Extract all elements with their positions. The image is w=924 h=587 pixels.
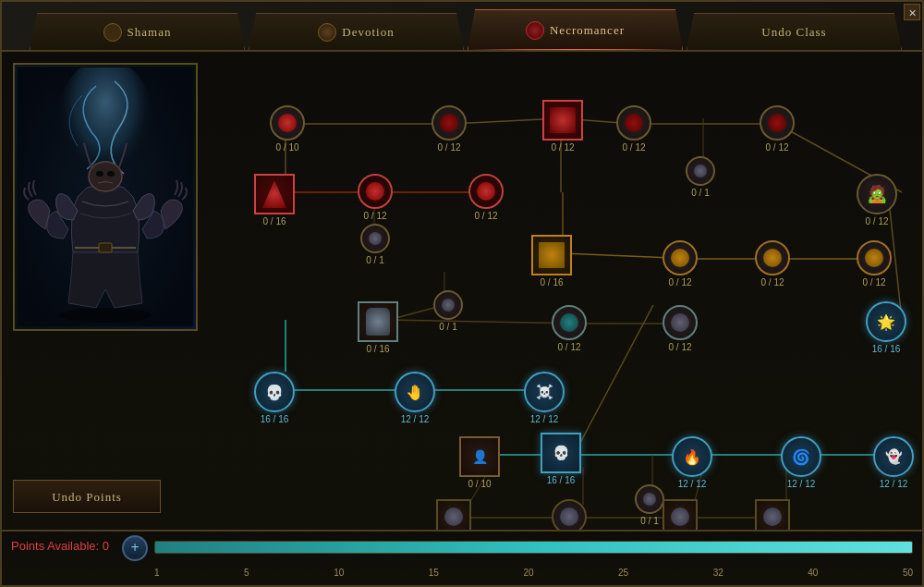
close-button[interactable]: ✕: [904, 4, 920, 20]
skill-node-2[interactable]: 0 / 12: [432, 105, 467, 153]
node-circle-31: [552, 499, 587, 530]
skill-node-26[interactable]: 0 / 1: [635, 484, 664, 526]
skill-node-15[interactable]: 0 / 12: [857, 240, 892, 287]
node-label-14: 0 / 12: [760, 277, 784, 287]
character-portrait: [13, 63, 198, 331]
skill-node-18[interactable]: 0 / 12: [552, 305, 587, 352]
node-icon-12: [539, 242, 565, 268]
node-label-2: 0 / 12: [437, 142, 460, 153]
skill-node-29[interactable]: 👻 12 / 12: [873, 436, 914, 489]
xp-bar-fill: [155, 542, 912, 553]
node-label-9: 0 / 12: [474, 211, 497, 221]
skill-node-32[interactable]: 0 / 10: [663, 499, 698, 530]
node-icon-10: [369, 232, 382, 245]
skill-node-6[interactable]: 0 / 1: [686, 156, 715, 198]
portrait-art: [18, 67, 193, 326]
skill-node-23[interactable]: ☠️ 12 / 12: [524, 372, 565, 424]
tab-necromancer[interactable]: Necromancer: [468, 9, 683, 50]
skill-node-19[interactable]: 0 / 12: [663, 305, 698, 352]
node-label-20: 16 / 16: [872, 344, 901, 354]
portrait-inner: [15, 65, 196, 329]
skill-node-17[interactable]: 0 / 16: [358, 301, 398, 354]
skill-node-7[interactable]: 0 / 16: [254, 174, 295, 226]
necromancer-tab-icon: [526, 21, 544, 40]
node-icon-29: 👻: [885, 448, 903, 465]
node-circle-28: 🌀: [781, 436, 821, 477]
svg-point-2: [89, 162, 122, 191]
skill-node-10[interactable]: 0 / 1: [360, 224, 390, 265]
skill-node-24[interactable]: 👤 0 / 10: [459, 436, 500, 489]
node-label-5: 0 / 12: [765, 142, 788, 153]
skill-node-25[interactable]: 💀 16 / 16: [541, 433, 581, 485]
node-square-17: [358, 301, 398, 342]
skill-node-8[interactable]: 0 / 12: [358, 174, 393, 221]
node-label-13: 0 / 12: [668, 277, 691, 287]
tick-10: 10: [334, 568, 344, 578]
node-label-27: 12 / 12: [678, 479, 707, 489]
skill-node-5[interactable]: 0 / 12: [760, 105, 795, 153]
node-label-7: 0 / 16: [262, 216, 286, 226]
node-icon-8: [366, 182, 384, 201]
add-points-button[interactable]: +: [122, 535, 148, 561]
skill-node-14[interactable]: 0 / 12: [755, 240, 790, 287]
skill-node-21[interactable]: 💀 16 / 16: [254, 372, 295, 424]
node-square-32: [663, 499, 698, 530]
skill-node-13[interactable]: 0 / 12: [663, 240, 698, 287]
node-icon-19: [671, 313, 689, 332]
skill-node-11[interactable]: 🧟 0 / 12: [857, 174, 897, 226]
tick-32: 32: [713, 568, 723, 578]
node-label-12: 0 / 16: [540, 277, 563, 287]
node-circle-11: 🧟: [857, 174, 897, 214]
node-icon-24: 👤: [472, 449, 488, 465]
skill-node-9[interactable]: 0 / 12: [468, 174, 504, 221]
node-circle-4: [616, 105, 651, 141]
node-icon-15: [865, 249, 883, 267]
node-icon-22: 🤚: [406, 384, 424, 401]
node-circle-14: [755, 240, 790, 275]
undo-points-button[interactable]: Undo Points: [13, 480, 161, 513]
node-circle-18: [552, 305, 587, 340]
node-label-22: 12 / 12: [401, 414, 430, 424]
skill-node-1[interactable]: 0 / 10: [270, 105, 305, 153]
skill-node-16[interactable]: 0 / 1: [433, 290, 463, 332]
skill-node-27[interactable]: 🔥 12 / 12: [672, 436, 712, 489]
node-circle-21: 💀: [254, 372, 295, 412]
node-icon-13: [671, 249, 689, 267]
node-circle-10: [360, 224, 390, 253]
node-square-33: [755, 499, 790, 530]
node-label-25: 16 / 16: [547, 475, 576, 485]
progress-bar-area: Points Available: 0 + 1 5 10 15 20 25 32…: [2, 530, 922, 585]
node-icon-17: [366, 308, 390, 336]
skill-node-33[interactable]: 0 / 10: [755, 499, 790, 530]
tab-devotion[interactable]: Devotion: [249, 13, 464, 50]
skill-node-31[interactable]: 0 / 10: [552, 499, 587, 530]
node-circle-6: [686, 156, 715, 186]
skill-node-28[interactable]: 🌀 12 / 12: [781, 436, 821, 489]
node-label-4: 0 / 12: [622, 142, 645, 153]
node-icon-18: [560, 313, 578, 332]
skill-node-4[interactable]: 0 / 12: [616, 105, 651, 153]
skill-node-20[interactable]: 🌟 16 / 16: [866, 301, 906, 354]
tick-1: 1: [154, 568, 160, 578]
node-circle-1: [270, 105, 305, 141]
skill-node-3[interactable]: 0 / 12: [542, 100, 583, 153]
node-label-17: 0 / 16: [366, 344, 389, 354]
tab-shaman[interactable]: Shaman: [30, 13, 245, 50]
node-icon-26: [643, 493, 656, 506]
node-icon-2: [440, 114, 458, 132]
skill-node-22[interactable]: 🤚 12 / 12: [395, 372, 435, 424]
node-circle-2: [432, 105, 467, 141]
shaman-tab-icon: [103, 23, 122, 42]
node-circle-5: [760, 105, 795, 141]
node-square-24: 👤: [459, 436, 500, 477]
skill-node-30[interactable]: 0 / 12: [436, 499, 471, 530]
tick-40: 40: [808, 568, 818, 578]
node-icon-11: 🧟: [867, 186, 887, 202]
tab-undo-class[interactable]: Undo Class: [687, 13, 902, 50]
node-icon-31: [560, 508, 578, 526]
skill-node-12[interactable]: 0 / 16: [531, 235, 572, 287]
tick-50: 50: [903, 568, 913, 578]
node-circle-19: [663, 305, 698, 340]
node-label-15: 0 / 12: [862, 277, 885, 287]
node-circle-27: 🔥: [672, 436, 712, 477]
